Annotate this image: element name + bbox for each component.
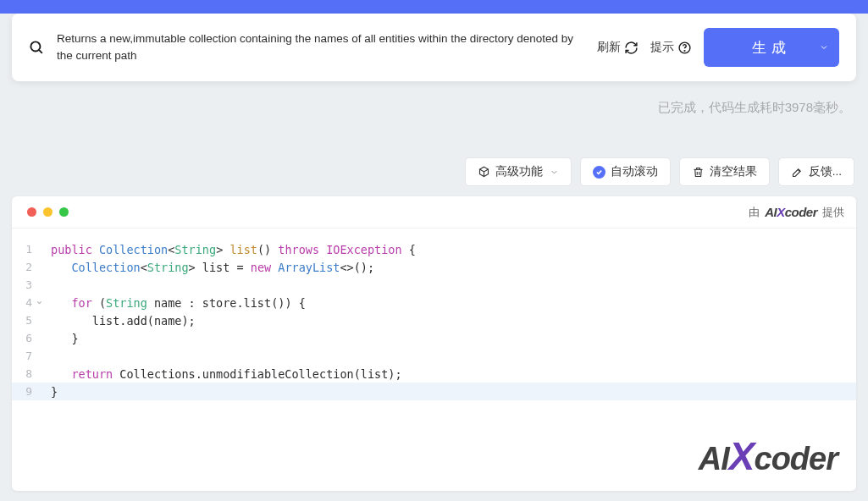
code-body[interactable]: 1public Collection<String> list() throws… bbox=[12, 228, 856, 400]
brand-watermark: AIXcoder bbox=[699, 433, 838, 479]
line-number: 8 bbox=[12, 367, 36, 380]
line-number: 6 bbox=[12, 332, 36, 344]
code-line[interactable]: 9} bbox=[12, 383, 856, 400]
powered-prefix: 由 bbox=[749, 205, 760, 220]
check-icon bbox=[593, 166, 605, 179]
header-band bbox=[0, 0, 868, 14]
line-number: 9 bbox=[12, 385, 36, 398]
hint-button[interactable]: 提示 bbox=[650, 40, 692, 55]
clear-button[interactable]: 清空结果 bbox=[679, 157, 770, 186]
refresh-label: 刷新 bbox=[597, 40, 621, 55]
feedback-button[interactable]: 反馈... bbox=[778, 157, 854, 186]
refresh-icon bbox=[624, 41, 639, 55]
search-card: Returns a new,immutable collection conta… bbox=[12, 14, 856, 81]
code-content: } bbox=[47, 385, 58, 399]
close-dot[interactable] bbox=[27, 207, 36, 217]
feedback-label: 反馈... bbox=[809, 164, 842, 179]
line-number: 3 bbox=[12, 278, 36, 291]
hint-label: 提示 bbox=[650, 40, 674, 55]
code-line[interactable]: 4 for (String name : store.list()) { bbox=[12, 294, 856, 311]
trash-icon bbox=[692, 166, 705, 179]
query-text[interactable]: Returns a new,immutable collection conta… bbox=[57, 30, 585, 65]
generate-label: 生成 bbox=[752, 38, 791, 58]
fold-gutter[interactable] bbox=[36, 299, 47, 306]
pencil-icon bbox=[791, 166, 804, 179]
advanced-button[interactable]: 高级功能 bbox=[465, 157, 572, 186]
question-icon bbox=[677, 41, 692, 55]
svg-line-1 bbox=[39, 49, 42, 52]
code-line[interactable]: 2 Collection<String> list = new ArrayLis… bbox=[12, 258, 856, 276]
cube-icon bbox=[478, 166, 490, 179]
line-number: 2 bbox=[12, 261, 36, 273]
code-content: Collection<String> list = new ArrayList<… bbox=[47, 261, 374, 274]
code-line[interactable]: 6 } bbox=[12, 329, 856, 347]
autoscroll-label: 自动滚动 bbox=[611, 164, 658, 179]
code-content: list.add(name); bbox=[47, 314, 196, 328]
chevron-down-icon bbox=[819, 42, 829, 52]
autoscroll-button[interactable]: 自动滚动 bbox=[580, 157, 671, 186]
code-content: return Collections.unmodifiableCollectio… bbox=[47, 367, 402, 381]
powered-suffix: 提供 bbox=[822, 205, 844, 220]
status-text: 已完成，代码生成耗时3978毫秒。 bbox=[658, 100, 851, 116]
search-icon bbox=[29, 40, 45, 56]
svg-point-0 bbox=[30, 41, 40, 51]
code-line[interactable]: 8 return Collections.unmodifiableCollect… bbox=[12, 365, 856, 383]
brand-logo-small: AIXcoder bbox=[765, 205, 817, 219]
line-number: 5 bbox=[12, 314, 36, 327]
code-card: 由 AIXcoder 提供 1public Collection<String>… bbox=[12, 196, 856, 491]
code-line[interactable]: 1public Collection<String> list() throws… bbox=[12, 240, 856, 258]
svg-point-3 bbox=[684, 50, 685, 51]
advanced-label: 高级功能 bbox=[495, 164, 543, 179]
powered-by: 由 AIXcoder 提供 bbox=[749, 205, 844, 220]
code-line[interactable]: 5 list.add(name); bbox=[12, 311, 856, 329]
code-line[interactable]: 7 bbox=[12, 347, 856, 365]
refresh-button[interactable]: 刷新 bbox=[597, 40, 639, 55]
line-number: 4 bbox=[12, 296, 36, 309]
generate-button[interactable]: 生成 bbox=[704, 28, 839, 67]
code-content: for (String name : store.list()) { bbox=[47, 296, 306, 310]
minimize-dot[interactable] bbox=[43, 207, 53, 217]
line-number: 7 bbox=[12, 350, 36, 362]
code-content: public Collection<String> list() throws … bbox=[47, 243, 416, 256]
toolbar: 高级功能 自动滚动 清空结果 反馈... bbox=[465, 157, 854, 186]
chevron-down-icon bbox=[550, 168, 559, 177]
line-number: 1 bbox=[12, 243, 36, 256]
window-controls bbox=[27, 207, 69, 217]
code-header: 由 AIXcoder 提供 bbox=[12, 196, 856, 228]
clear-label: 清空结果 bbox=[710, 164, 757, 179]
code-content: } bbox=[47, 332, 79, 345]
maximize-dot[interactable] bbox=[59, 207, 69, 217]
code-line[interactable]: 3 bbox=[12, 276, 856, 294]
